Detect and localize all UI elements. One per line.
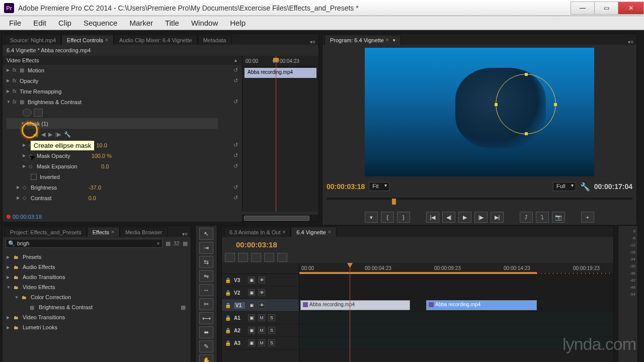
panel-menu-icon[interactable]: ▾≡ bbox=[182, 231, 188, 237]
zoom-dropdown[interactable]: Fit bbox=[369, 182, 389, 191]
razor-tool[interactable]: ✂ bbox=[199, 298, 213, 310]
prop-mask1[interactable]: ▼Mask (1) bbox=[7, 118, 218, 129]
close-icon[interactable]: × bbox=[105, 37, 108, 43]
tab-effects[interactable]: Effects× bbox=[87, 227, 120, 237]
solo-button[interactable]: S bbox=[268, 327, 275, 334]
tab-sequence-1[interactable]: 6.3 Animate In & Out× bbox=[224, 227, 291, 237]
reset-icon[interactable]: ↺ bbox=[233, 67, 238, 73]
track-back-step-icon[interactable]: ◀ bbox=[41, 131, 45, 138]
mask-overlay-circle[interactable] bbox=[496, 74, 556, 134]
clear-search-icon[interactable]: × bbox=[156, 240, 159, 246]
solo-button[interactable]: S bbox=[268, 339, 275, 346]
track-fwd-step-icon[interactable]: ▶ bbox=[48, 131, 52, 138]
tree-audio-transitions[interactable]: ▶🖿Audio Transitions bbox=[3, 272, 191, 282]
go-to-out-button[interactable]: ▶| bbox=[491, 212, 504, 223]
panel-menu-icon[interactable]: ▾≡ bbox=[310, 39, 315, 45]
timeline-clip-1[interactable]: Abba recording.mp4 bbox=[300, 300, 410, 310]
mask-handle[interactable] bbox=[525, 73, 528, 76]
timeline-clip-2[interactable]: Abba recording.mp4 bbox=[426, 300, 537, 310]
reset-icon[interactable]: ↺ bbox=[233, 77, 238, 84]
tree-presets[interactable]: ▶🖿Presets bbox=[3, 252, 191, 262]
prop-mask-expansion[interactable]: ▶◇Mask Expansion0.0↺ bbox=[3, 161, 242, 171]
selection-tool[interactable]: ↖ bbox=[199, 228, 213, 240]
menu-marker[interactable]: Marker bbox=[124, 18, 158, 28]
effects-search-input[interactable]: 🔍brigh× bbox=[6, 239, 163, 248]
menu-help[interactable]: Help bbox=[225, 18, 251, 28]
program-video-preview[interactable] bbox=[365, 48, 594, 176]
lift-button[interactable]: ⤴ bbox=[520, 212, 533, 223]
pen-tool[interactable]: ✎ bbox=[199, 340, 213, 352]
fx-badge-icon[interactable]: ▦ bbox=[166, 240, 171, 247]
tree-audio-effects[interactable]: ▶🖿Audio Effects bbox=[3, 262, 191, 272]
tab-media-browser[interactable]: Media Browser bbox=[120, 227, 168, 237]
add-button[interactable]: + bbox=[581, 212, 594, 223]
extract-button[interactable]: ⤵ bbox=[536, 212, 549, 223]
program-timecode-left[interactable]: 00:00:03:18 bbox=[327, 183, 365, 191]
marker-icon[interactable] bbox=[264, 253, 274, 262]
lock-icon[interactable]: 🔒 bbox=[225, 315, 231, 321]
settings-icon[interactable] bbox=[277, 253, 287, 262]
menu-title[interactable]: Title bbox=[160, 18, 184, 28]
lock-icon[interactable]: 🔒 bbox=[225, 290, 231, 296]
tab-program[interactable]: Program: 6.4 Vignette×▾ bbox=[325, 35, 401, 45]
track-head-v1[interactable]: 🔒V1▣👁 bbox=[222, 299, 299, 312]
menu-file[interactable]: File bbox=[4, 18, 26, 28]
rectangle-mask-button[interactable] bbox=[34, 109, 43, 117]
go-to-in-button[interactable]: |◀ bbox=[426, 212, 439, 223]
lock-icon[interactable]: 🔒 bbox=[225, 278, 231, 283]
tree-lumetri[interactable]: ▶🖿Lumetri Looks bbox=[3, 322, 191, 332]
menu-clip[interactable]: Clip bbox=[53, 18, 76, 28]
lock-icon[interactable]: 🔒 bbox=[225, 303, 231, 308]
step-back-button[interactable]: ◀| bbox=[442, 212, 455, 223]
step-fwd-button[interactable]: |▶ bbox=[474, 212, 488, 223]
menu-window[interactable]: Window bbox=[186, 18, 223, 28]
slip-tool[interactable]: ⟷ bbox=[199, 312, 213, 324]
nest-icon[interactable] bbox=[225, 253, 235, 262]
prop-motion[interactable]: ▶fx▦Motion↺ bbox=[3, 65, 242, 75]
track-lane-v3[interactable] bbox=[299, 274, 613, 287]
track-lane-a1[interactable] bbox=[299, 312, 613, 324]
play-button[interactable]: ▶ bbox=[458, 212, 471, 223]
eye-icon[interactable]: 👁 bbox=[258, 277, 265, 284]
tab-metadata[interactable]: Metadata bbox=[198, 35, 232, 45]
tab-effect-controls[interactable]: Effect Controls× bbox=[61, 35, 114, 45]
efc-time-ruler[interactable]: 00:00 ▼ 00:00:04:23 bbox=[243, 56, 318, 67]
menu-sequence[interactable]: Sequence bbox=[78, 18, 123, 28]
resolution-dropdown[interactable]: Full bbox=[553, 182, 576, 191]
mark-in-button[interactable]: ▾ bbox=[365, 212, 378, 223]
track-lane-v1[interactable]: Abba recording.mp4 Abba recording.mp4 bbox=[299, 299, 613, 312]
prop-time-remapping[interactable]: ▶fxTime Remapping bbox=[3, 86, 242, 97]
tree-video-effects[interactable]: ▼🖿Video Effects bbox=[3, 282, 191, 292]
reset-icon[interactable]: ↺ bbox=[233, 99, 238, 105]
prop-inverted[interactable]: Inverted bbox=[3, 171, 242, 182]
track-lane-v2[interactable] bbox=[299, 287, 613, 299]
program-scrubber[interactable] bbox=[327, 198, 632, 208]
mark-clip-button[interactable]: } bbox=[397, 212, 410, 223]
tab-sequence-2[interactable]: 6.4 Vignette× bbox=[291, 227, 336, 237]
mask-handle[interactable] bbox=[495, 103, 498, 106]
slide-tool[interactable]: ⬌ bbox=[199, 326, 213, 338]
fx-32-icon[interactable]: 32 bbox=[174, 240, 180, 246]
scrub-playhead-icon[interactable] bbox=[392, 199, 396, 205]
eye-icon[interactable]: 👁 bbox=[258, 289, 265, 296]
eye-icon[interactable]: 👁 bbox=[258, 302, 265, 309]
minimize-button[interactable]: — bbox=[571, 2, 595, 15]
prop-brightness-contrast[interactable]: ▼fx▦Brightness & Contrast↺ bbox=[3, 97, 242, 107]
lock-icon[interactable]: 🔒 bbox=[225, 328, 231, 333]
prop-mask-opacity[interactable]: ▶◇Mask Opacity100.0 %↺ bbox=[3, 150, 242, 161]
close-button[interactable]: ✕ bbox=[618, 2, 644, 15]
mute-button[interactable]: M bbox=[258, 314, 265, 321]
track-select-tool[interactable]: ⇥ bbox=[199, 242, 213, 254]
linked-sel-icon[interactable] bbox=[251, 253, 261, 262]
tree-video-transitions[interactable]: ▶🖿Video Transitions bbox=[3, 312, 191, 322]
tree-color-correction[interactable]: ▼🖿Color Correction bbox=[3, 292, 191, 302]
rolling-edit-tool[interactable]: ⇋ bbox=[199, 270, 213, 282]
tab-source[interactable]: Source: Night.mp4 bbox=[5, 35, 61, 45]
prop-opacity[interactable]: ▶fxOpacity↺ bbox=[3, 75, 242, 86]
tab-audio-mixer[interactable]: Audio Clip Mixer: 6.4 Vignette bbox=[114, 35, 198, 45]
menu-edit[interactable]: Edit bbox=[28, 18, 51, 28]
export-frame-button[interactable]: 📷 bbox=[552, 212, 565, 223]
mark-out-button[interactable]: { bbox=[381, 212, 394, 223]
track-fwd-icon[interactable]: |▶ bbox=[55, 131, 61, 138]
tab-project[interactable]: Project: Effects_and_Presets bbox=[5, 227, 87, 237]
